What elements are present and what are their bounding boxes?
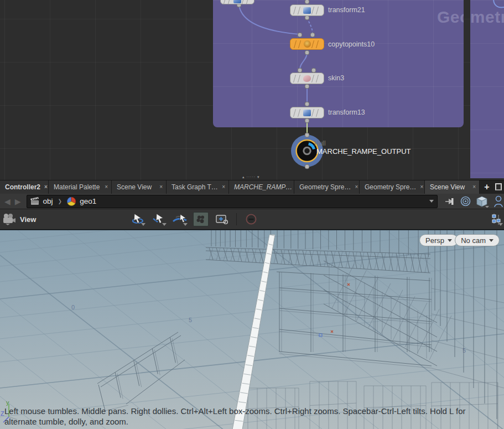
path-separator: › xyxy=(59,194,62,209)
pane-maximize-icon[interactable] xyxy=(495,183,502,190)
box-zoom-button[interactable] xyxy=(214,212,230,226)
toolbar-separator xyxy=(236,213,237,225)
character-icon[interactable] xyxy=(494,195,504,208)
grid-label-5b: 5 xyxy=(463,347,466,354)
viewport-wireframe xyxy=(0,230,504,429)
display-options-cube-icon[interactable] xyxy=(476,195,489,208)
chevron-down-icon xyxy=(448,239,452,242)
tab-geometry-spreadsheet-1[interactable]: Geometry Spre… × xyxy=(294,180,360,194)
houdini-window: Geometry Geometry xyxy=(0,0,504,429)
toolbar-title: View xyxy=(20,215,36,224)
output-node-type: Null xyxy=(314,139,326,147)
grid-label-0: 0 xyxy=(71,304,75,311)
transform-icon xyxy=(303,110,311,116)
node-label-copytopoints10: copytopoints10 xyxy=(328,40,375,48)
node-copytopoints10[interactable] xyxy=(290,38,324,50)
forward-button[interactable]: ▶ xyxy=(15,197,21,206)
clapperboard-icon xyxy=(30,197,40,205)
tab-controller2[interactable]: Controller2 × xyxy=(0,180,49,194)
path-segment-geo1[interactable]: geo1 xyxy=(80,197,96,205)
handles-tool-button[interactable] xyxy=(172,212,188,226)
path-bar: ◀ ▶ obj › geo1 xyxy=(0,194,504,209)
output-node-name: MARCHE_RAMPE_OUTPUT xyxy=(316,147,411,156)
radial-menu-icon[interactable] xyxy=(460,196,471,206)
tab-material-palette[interactable]: Material Palette × xyxy=(49,180,112,194)
minus-circle-icon xyxy=(245,213,257,225)
view-layout-button[interactable] xyxy=(193,212,209,226)
axis-y-label: y xyxy=(6,399,9,406)
tab-task-graph[interactable]: Task Graph T… × xyxy=(167,180,229,194)
network-resize-handle[interactable]: ▴ ····· ▾ xyxy=(242,175,260,179)
close-icon[interactable]: × xyxy=(222,184,225,190)
pane-tab-bar: Controller2 × Material Palette × Scene V… xyxy=(0,180,504,194)
geometry-icon xyxy=(67,197,76,206)
pin-icon[interactable] xyxy=(444,196,455,207)
node-label-transform13: transform13 xyxy=(328,108,365,116)
viewport-help-text: Left mouse tumbles. Middle pans. Right d… xyxy=(4,406,491,427)
projection-menu-button[interactable]: Persp xyxy=(419,234,458,246)
tab-marche-rampe[interactable]: MARCHE_RAMP… × xyxy=(229,180,294,194)
display-sliders-button[interactable] xyxy=(490,212,503,226)
transform-icon xyxy=(233,0,241,3)
close-icon[interactable]: × xyxy=(105,184,108,190)
chevron-down-icon xyxy=(489,239,493,242)
scene-viewport[interactable]: 0 5 5 Persp No cam y Z Left mouse tumble… xyxy=(0,230,504,429)
tab-scene-view-active[interactable]: Scene View × xyxy=(425,180,480,194)
path-segment-obj[interactable]: obj xyxy=(43,197,53,205)
tab-geometry-spreadsheet-2[interactable]: Geometry Spre… × xyxy=(360,180,425,194)
node-skin3[interactable] xyxy=(290,73,324,84)
tab-scene-view-1[interactable]: Scene View × xyxy=(112,180,167,194)
new-tab-button[interactable]: + xyxy=(480,180,494,194)
box-zoom-icon xyxy=(215,214,228,225)
camera-menu-button[interactable]: No cam xyxy=(455,234,500,246)
grid-label-5: 5 xyxy=(189,317,192,323)
snapshot-disabled-button[interactable] xyxy=(243,212,259,226)
close-icon[interactable]: × xyxy=(44,184,48,190)
chevron-down-icon[interactable] xyxy=(429,200,434,203)
camera-icon[interactable] xyxy=(2,213,17,225)
close-icon[interactable]: × xyxy=(420,184,423,190)
four-viewports-icon xyxy=(195,214,206,225)
select-tool-button[interactable] xyxy=(151,212,167,226)
network-wires xyxy=(0,0,504,180)
back-button[interactable]: ◀ xyxy=(4,197,11,206)
close-icon[interactable]: × xyxy=(472,184,476,190)
close-icon[interactable]: × xyxy=(159,184,163,190)
node-transform13[interactable] xyxy=(290,107,324,118)
copytopoints-icon xyxy=(304,40,311,48)
node-transform21[interactable] xyxy=(290,4,324,16)
node-label-transform21: transform21 xyxy=(328,6,365,14)
view-tool-button[interactable] xyxy=(130,212,146,226)
close-icon[interactable]: × xyxy=(355,184,358,190)
view-toolbar: View xyxy=(0,209,504,230)
axis-z-label: Z xyxy=(1,410,4,417)
network-editor[interactable]: Geometry Geometry xyxy=(0,0,504,180)
path-field[interactable]: obj › geo1 xyxy=(27,195,438,208)
node-partial-top[interactable] xyxy=(220,0,254,4)
skin-icon xyxy=(303,75,311,82)
transform-icon xyxy=(303,7,311,14)
node-label-skin3: skin3 xyxy=(328,74,344,82)
